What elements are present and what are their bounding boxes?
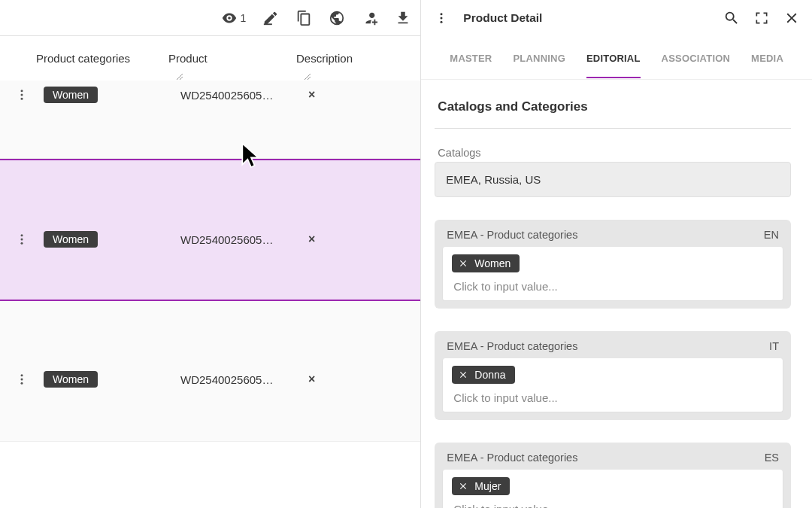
input-placeholder: Click to input value... [452, 390, 774, 406]
category-input[interactable]: Women Click to input value... [442, 247, 783, 301]
tabs: MASTER PLANNING EDITORIAL ASSOCIATION ME… [421, 36, 812, 80]
edit-icon[interactable] [262, 10, 279, 26]
category-chip: Women [44, 371, 98, 388]
category-input[interactable]: Donna Click to input value... [442, 358, 783, 412]
search-icon[interactable] [723, 10, 740, 26]
panel-menu-icon[interactable] [433, 10, 450, 26]
category-tag[interactable]: Mujer [452, 477, 510, 495]
fullscreen-icon[interactable] [753, 10, 770, 26]
category-chip: Women [44, 231, 98, 248]
catalogs-field: Catalogs EMEA, Russia, US [435, 147, 791, 197]
catalogs-label: Catalogs [438, 147, 480, 159]
category-tag[interactable]: Donna [452, 366, 514, 384]
visibility-count: 1 [241, 12, 247, 24]
svg-point-1 [21, 90, 23, 92]
columns-icon[interactable] [0, 52, 36, 65]
copy-icon[interactable] [295, 10, 312, 26]
category-input[interactable]: Mujer Click to input value... [442, 470, 783, 508]
download-icon[interactable] [395, 10, 411, 26]
category-field-es: EMEA - Product categories ES Mujer Click… [435, 443, 791, 508]
share-user-icon[interactable] [362, 10, 378, 26]
grid-body: Women WD2540025605… × Women WD2540025605… [0, 81, 420, 508]
row-menu-icon[interactable] [0, 371, 44, 386]
row-menu-icon[interactable] [0, 231, 44, 246]
svg-point-3 [21, 98, 23, 100]
row-menu-icon[interactable] [0, 87, 44, 102]
product-code: WD2540025605… [180, 373, 308, 386]
tab-media[interactable]: MEDIA [751, 38, 783, 78]
grid-header: Product categories Product Description [0, 36, 420, 81]
toolbar: 1 [0, 0, 420, 36]
svg-point-10 [441, 13, 443, 15]
svg-point-4 [21, 234, 23, 236]
svg-point-8 [21, 379, 23, 381]
remove-tag-icon[interactable] [458, 370, 468, 380]
tab-editorial[interactable]: EDITORIAL [586, 38, 641, 78]
svg-point-6 [21, 242, 23, 245]
tag-label: Women [474, 257, 511, 269]
category-label: EMEA - Product categories [447, 229, 577, 241]
column-header-product[interactable]: Product [168, 52, 296, 65]
globe-icon[interactable] [329, 10, 345, 26]
table-row[interactable]: Women WD2540025605… × [0, 301, 420, 442]
category-chip: Women [44, 87, 98, 103]
lang-badge: IT [769, 340, 779, 352]
category-field-en: EMEA - Product categories EN Women Click… [435, 220, 791, 309]
remove-tag-icon[interactable] [458, 258, 468, 269]
svg-point-2 [21, 94, 23, 96]
category-field-it: EMEA - Product categories IT Donna Click… [435, 331, 791, 420]
input-placeholder: Click to input value... [452, 278, 774, 294]
category-tag[interactable]: Women [452, 254, 520, 272]
eye-icon [221, 10, 238, 26]
svg-point-9 [21, 382, 23, 385]
tag-label: Donna [474, 369, 505, 381]
lang-badge: EN [764, 229, 779, 241]
tab-planning[interactable]: PLANNING [513, 38, 565, 78]
resize-handle-icon[interactable] [304, 73, 311, 81]
detail-title: Product Detail [463, 11, 542, 25]
svg-point-12 [441, 21, 443, 23]
product-code: WD2540025605… [180, 233, 308, 246]
svg-point-7 [21, 374, 23, 376]
detail-panel: Product Detail MASTER PLANNING EDITORIAL… [421, 0, 812, 508]
table-row-selected[interactable]: Women WD2540025605… × [0, 159, 420, 301]
svg-rect-0 [264, 23, 272, 25]
input-placeholder: Click to input value... [452, 501, 774, 508]
section-title: Catalogs and Categories [435, 93, 791, 129]
catalogs-value[interactable]: EMEA, Russia, US [435, 162, 791, 197]
column-header-description[interactable]: Description [296, 52, 353, 65]
detail-header: Product Detail [421, 0, 812, 36]
close-icon[interactable] [783, 10, 800, 26]
visibility-group[interactable]: 1 [221, 10, 247, 26]
tab-master[interactable]: MASTER [450, 38, 492, 78]
tag-label: Mujer [474, 480, 501, 492]
table-row[interactable]: Women WD2540025605… × [0, 81, 420, 159]
remove-tag-icon[interactable] [458, 481, 468, 491]
detail-body: Catalogs and Categories Catalogs EMEA, R… [421, 80, 812, 508]
category-label: EMEA - Product categories [447, 452, 577, 464]
close-icon[interactable]: × [308, 373, 315, 386]
svg-point-11 [441, 17, 443, 20]
close-icon[interactable]: × [308, 233, 315, 246]
close-icon[interactable]: × [308, 88, 315, 102]
left-panel: 1 Product categories Product [0, 0, 421, 508]
product-code: WD2540025605… [180, 89, 308, 102]
tab-association[interactable]: ASSOCIATION [662, 38, 731, 78]
resize-handle-icon[interactable] [176, 73, 183, 81]
svg-point-5 [21, 239, 23, 241]
column-header-categories[interactable]: Product categories [36, 52, 168, 65]
category-label: EMEA - Product categories [447, 340, 577, 352]
lang-badge: ES [765, 452, 779, 464]
